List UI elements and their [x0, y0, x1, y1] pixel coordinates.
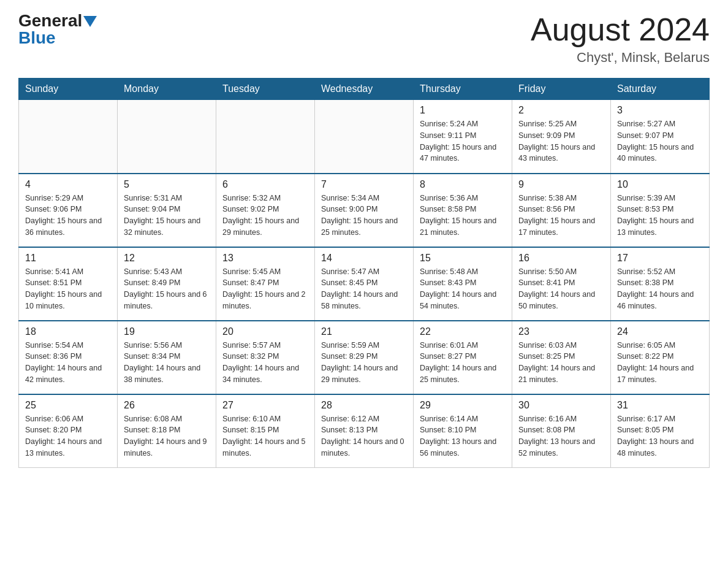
day-number: 30 — [518, 400, 604, 411]
month-title: August 2024 — [531, 12, 710, 47]
day-info: Sunrise: 5:38 AMSunset: 8:56 PMDaylight:… — [518, 193, 604, 239]
calendar-cell: 16Sunrise: 5:50 AMSunset: 8:41 PMDayligh… — [512, 247, 611, 321]
day-number: 13 — [222, 253, 308, 264]
day-number: 20 — [222, 326, 308, 337]
day-info: Sunrise: 5:57 AMSunset: 8:32 PMDaylight:… — [222, 340, 308, 386]
calendar-cell: 7Sunrise: 5:34 AMSunset: 9:00 PMDaylight… — [315, 174, 414, 247]
day-info: Sunrise: 6:03 AMSunset: 8:25 PMDaylight:… — [518, 340, 604, 386]
calendar-header-row: SundayMondayTuesdayWednesdayThursdayFrid… — [19, 79, 710, 100]
logo-blue-text: Blue — [18, 29, 56, 47]
calendar-cell: 3Sunrise: 5:27 AMSunset: 9:07 PMDaylight… — [611, 100, 710, 174]
day-number: 19 — [124, 326, 210, 337]
day-info: Sunrise: 6:12 AMSunset: 8:13 PMDaylight:… — [321, 413, 407, 459]
day-number: 27 — [222, 400, 308, 411]
day-number: 26 — [124, 400, 210, 411]
calendar-cell: 6Sunrise: 5:32 AMSunset: 9:02 PMDaylight… — [216, 174, 315, 247]
day-number: 14 — [321, 253, 407, 264]
day-info: Sunrise: 5:34 AMSunset: 9:00 PMDaylight:… — [321, 193, 407, 239]
day-number: 8 — [420, 179, 506, 190]
day-info: Sunrise: 6:10 AMSunset: 8:15 PMDaylight:… — [222, 413, 308, 459]
day-of-week-header: Wednesday — [315, 79, 414, 100]
logo: General Blue — [18, 12, 97, 47]
day-info: Sunrise: 6:14 AMSunset: 8:10 PMDaylight:… — [420, 413, 506, 459]
day-number: 23 — [518, 326, 604, 337]
day-number: 17 — [617, 253, 703, 264]
calendar-cell: 13Sunrise: 5:45 AMSunset: 8:47 PMDayligh… — [216, 247, 315, 321]
day-of-week-header: Monday — [118, 79, 216, 100]
calendar-cell: 17Sunrise: 5:52 AMSunset: 8:38 PMDayligh… — [611, 247, 710, 321]
day-of-week-header: Friday — [512, 79, 611, 100]
day-number: 4 — [25, 179, 111, 190]
day-number: 12 — [124, 253, 210, 264]
day-info: Sunrise: 5:25 AMSunset: 9:09 PMDaylight:… — [518, 118, 604, 164]
calendar-week-row: 4Sunrise: 5:29 AMSunset: 9:06 PMDaylight… — [19, 174, 710, 247]
calendar-cell: 2Sunrise: 5:25 AMSunset: 9:09 PMDaylight… — [512, 100, 611, 174]
day-number: 31 — [617, 400, 703, 411]
calendar-cell: 8Sunrise: 5:36 AMSunset: 8:58 PMDaylight… — [414, 174, 512, 247]
calendar-week-row: 25Sunrise: 6:06 AMSunset: 8:20 PMDayligh… — [19, 394, 710, 468]
day-of-week-header: Saturday — [611, 79, 710, 100]
calendar-cell: 12Sunrise: 5:43 AMSunset: 8:49 PMDayligh… — [118, 247, 216, 321]
day-number: 22 — [420, 326, 506, 337]
day-info: Sunrise: 5:48 AMSunset: 8:43 PMDaylight:… — [420, 266, 506, 312]
day-number: 7 — [321, 179, 407, 190]
page-header: General Blue August 2024 Chyst', Minsk, … — [18, 12, 710, 66]
calendar-table: SundayMondayTuesdayWednesdayThursdayFrid… — [18, 78, 710, 468]
day-info: Sunrise: 5:47 AMSunset: 8:45 PMDaylight:… — [321, 266, 407, 312]
calendar-cell: 23Sunrise: 6:03 AMSunset: 8:25 PMDayligh… — [512, 321, 611, 394]
calendar-cell: 18Sunrise: 5:54 AMSunset: 8:36 PMDayligh… — [19, 321, 118, 394]
day-number: 1 — [420, 105, 506, 116]
day-info: Sunrise: 5:59 AMSunset: 8:29 PMDaylight:… — [321, 340, 407, 386]
calendar-cell — [315, 100, 414, 174]
calendar-cell — [19, 100, 118, 174]
svg-marker-0 — [83, 16, 97, 27]
day-number: 5 — [124, 179, 210, 190]
day-number: 24 — [617, 326, 703, 337]
day-info: Sunrise: 6:16 AMSunset: 8:08 PMDaylight:… — [518, 413, 604, 459]
day-info: Sunrise: 5:27 AMSunset: 9:07 PMDaylight:… — [617, 118, 703, 164]
day-info: Sunrise: 5:52 AMSunset: 8:38 PMDaylight:… — [617, 266, 703, 312]
calendar-cell: 14Sunrise: 5:47 AMSunset: 8:45 PMDayligh… — [315, 247, 414, 321]
day-number: 10 — [617, 179, 703, 190]
logo-general-text: General — [18, 12, 82, 29]
day-number: 15 — [420, 253, 506, 264]
calendar-cell — [118, 100, 216, 174]
day-info: Sunrise: 5:56 AMSunset: 8:34 PMDaylight:… — [124, 340, 210, 386]
day-info: Sunrise: 5:43 AMSunset: 8:49 PMDaylight:… — [124, 266, 210, 312]
day-info: Sunrise: 5:54 AMSunset: 8:36 PMDaylight:… — [25, 340, 111, 386]
day-number: 25 — [25, 400, 111, 411]
day-of-week-header: Tuesday — [216, 79, 315, 100]
calendar-cell: 30Sunrise: 6:16 AMSunset: 8:08 PMDayligh… — [512, 394, 611, 468]
calendar-cell: 22Sunrise: 6:01 AMSunset: 8:27 PMDayligh… — [414, 321, 512, 394]
day-info: Sunrise: 6:05 AMSunset: 8:22 PMDaylight:… — [617, 340, 703, 386]
calendar-cell: 9Sunrise: 5:38 AMSunset: 8:56 PMDaylight… — [512, 174, 611, 247]
day-info: Sunrise: 5:45 AMSunset: 8:47 PMDaylight:… — [222, 266, 308, 312]
calendar-cell: 10Sunrise: 5:39 AMSunset: 8:53 PMDayligh… — [611, 174, 710, 247]
day-of-week-header: Thursday — [414, 79, 512, 100]
calendar-cell: 25Sunrise: 6:06 AMSunset: 8:20 PMDayligh… — [19, 394, 118, 468]
title-section: August 2024 Chyst', Minsk, Belarus — [531, 12, 710, 66]
day-info: Sunrise: 6:01 AMSunset: 8:27 PMDaylight:… — [420, 340, 506, 386]
day-info: Sunrise: 5:36 AMSunset: 8:58 PMDaylight:… — [420, 193, 506, 239]
day-info: Sunrise: 5:39 AMSunset: 8:53 PMDaylight:… — [617, 193, 703, 239]
day-info: Sunrise: 5:29 AMSunset: 9:06 PMDaylight:… — [25, 193, 111, 239]
calendar-cell: 29Sunrise: 6:14 AMSunset: 8:10 PMDayligh… — [414, 394, 512, 468]
calendar-cell — [216, 100, 315, 174]
day-number: 28 — [321, 400, 407, 411]
day-info: Sunrise: 5:32 AMSunset: 9:02 PMDaylight:… — [222, 193, 308, 239]
calendar-cell: 5Sunrise: 5:31 AMSunset: 9:04 PMDaylight… — [118, 174, 216, 247]
calendar-cell: 15Sunrise: 5:48 AMSunset: 8:43 PMDayligh… — [414, 247, 512, 321]
day-info: Sunrise: 5:50 AMSunset: 8:41 PMDaylight:… — [518, 266, 604, 312]
calendar-cell: 21Sunrise: 5:59 AMSunset: 8:29 PMDayligh… — [315, 321, 414, 394]
location-text: Chyst', Minsk, Belarus — [531, 50, 710, 66]
calendar-week-row: 18Sunrise: 5:54 AMSunset: 8:36 PMDayligh… — [19, 321, 710, 394]
calendar-cell: 19Sunrise: 5:56 AMSunset: 8:34 PMDayligh… — [118, 321, 216, 394]
day-info: Sunrise: 5:24 AMSunset: 9:11 PMDaylight:… — [420, 118, 506, 164]
calendar-cell: 28Sunrise: 6:12 AMSunset: 8:13 PMDayligh… — [315, 394, 414, 468]
calendar-cell: 31Sunrise: 6:17 AMSunset: 8:05 PMDayligh… — [611, 394, 710, 468]
logo-triangle-icon — [83, 16, 97, 27]
calendar-cell: 24Sunrise: 6:05 AMSunset: 8:22 PMDayligh… — [611, 321, 710, 394]
day-info: Sunrise: 6:06 AMSunset: 8:20 PMDaylight:… — [25, 413, 111, 459]
day-number: 29 — [420, 400, 506, 411]
calendar-cell: 20Sunrise: 5:57 AMSunset: 8:32 PMDayligh… — [216, 321, 315, 394]
